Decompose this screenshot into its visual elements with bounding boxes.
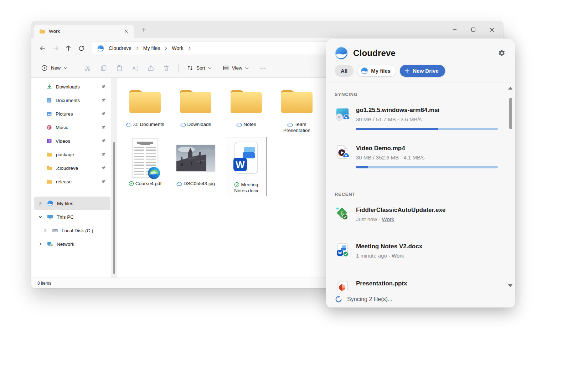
close-button[interactable]	[483, 21, 501, 38]
disk-drive-icon	[52, 228, 58, 234]
recent-location-link[interactable]: Work	[382, 216, 394, 222]
folder-tile-downloads[interactable]: Downloads	[170, 83, 221, 133]
recent-item-body: FiddlerClassicAutoUpdater.exe Just now ·…	[356, 206, 506, 223]
copy-icon[interactable]	[96, 62, 112, 75]
maximize-button[interactable]	[464, 21, 483, 38]
sidebar-item-videos[interactable]: Videos	[34, 134, 110, 148]
file-tile-meeting-notes-docx[interactable]: W Meeting Notes.docx	[221, 137, 272, 196]
filter-chip-all[interactable]: All	[335, 65, 354, 77]
chevron-right-icon[interactable]	[37, 202, 43, 205]
progress-fill	[356, 166, 368, 168]
sidebar-item-music[interactable]: Music	[34, 121, 110, 134]
syncing-item[interactable]: Video Demo.mp4 30 MB / 352.6 MB - 4.1 MB…	[335, 144, 506, 168]
sidebar-item-label: package	[56, 152, 74, 157]
rename-icon[interactable]	[127, 62, 143, 75]
breadcrumb-chevron-icon[interactable]	[136, 46, 139, 50]
sort-button-label: Sort	[196, 65, 205, 71]
chevron-right-icon[interactable]	[37, 242, 43, 246]
sidebar-item-my-files[interactable]: My files	[34, 197, 110, 210]
chevron-expanded-icon[interactable]	[38, 214, 42, 220]
chip-label: All	[341, 68, 347, 74]
new-button[interactable]: New	[36, 62, 72, 75]
cloudreve-panel: Cloudreve All My files New Drive SYNCI	[326, 39, 515, 308]
breadcrumb-level1[interactable]: My files	[142, 45, 161, 52]
breadcrumb-root[interactable]: Cloudreve	[107, 45, 133, 52]
file-tile-course4-pdf[interactable]: Course4.pdf	[120, 137, 170, 196]
chevron-down-icon	[208, 67, 212, 69]
share-icon[interactable]	[143, 62, 159, 75]
tab-title: Work	[49, 29, 118, 34]
file-tile-dsc05543-jpg[interactable]: DSC05543.jpg	[170, 137, 221, 196]
folder-icon	[46, 179, 52, 184]
view-button-label: View	[232, 65, 242, 71]
panel-scrollbar-thumb[interactable]	[509, 98, 512, 129]
folder-tile-documents[interactable]: Documents	[120, 83, 170, 133]
progress-fill	[356, 128, 438, 130]
cut-icon[interactable]	[80, 62, 96, 75]
back-icon[interactable]	[36, 42, 49, 55]
sidebar-item-release[interactable]: release	[34, 175, 110, 188]
paste-icon[interactable]	[112, 62, 127, 75]
pin-icon	[101, 111, 106, 116]
recent-location-link[interactable]: Work	[392, 253, 404, 259]
chevron-right-icon[interactable]	[42, 229, 48, 232]
up-icon[interactable]	[62, 42, 75, 55]
syncing-item[interactable]: go1.25.5.windows-arm64.msi 30 MB / 51.7 …	[335, 106, 506, 130]
shared-people-icon	[133, 122, 138, 127]
sidebar-item-package[interactable]: package	[34, 148, 110, 161]
sidebar-item-network[interactable]: Network	[34, 237, 110, 251]
delete-icon[interactable]	[159, 62, 174, 75]
drive-filter-bar: All My files New Drive	[326, 60, 515, 82]
view-button[interactable]: View	[218, 62, 253, 75]
forward-icon[interactable]	[49, 42, 62, 55]
pin-icon	[101, 98, 106, 103]
tab-close-icon[interactable]	[122, 27, 130, 36]
folder-icon	[46, 166, 52, 171]
scrollbar-thumb[interactable]	[113, 142, 115, 274]
recent-item[interactable]: W Meeting Notes V2.docx 1 minute ago · W…	[335, 243, 506, 260]
sidebar-item-local-disk-c[interactable]: Local Disk (C:)	[39, 224, 110, 237]
more-options-icon[interactable]	[255, 62, 271, 75]
sidebar-item-documents[interactable]: Documents	[34, 93, 110, 107]
new-button-label: New	[51, 65, 61, 71]
scroll-down-icon[interactable]	[508, 284, 512, 287]
breadcrumb-chevron-icon[interactable]	[165, 46, 167, 50]
sidebar-scrollbar[interactable]	[111, 78, 117, 278]
recent-item[interactable]: F FiddlerClassicAutoUpdater.exe Just now…	[335, 206, 506, 223]
navigation-pane: Downloads Documents Pictures Music	[31, 78, 111, 278]
sidebar-item-label: .cloudreve	[56, 166, 78, 171]
sidebar-item-label: Videos	[56, 138, 70, 144]
sidebar-item-label: Downloads	[56, 84, 80, 90]
photo-thumbnail	[170, 137, 221, 179]
sidebar-item-label: This PC	[57, 214, 74, 220]
sidebar-item-label: Documents	[56, 98, 80, 103]
breadcrumb-level2[interactable]: Work	[170, 45, 185, 52]
filter-chip-my-files[interactable]: My files	[357, 65, 396, 77]
minimize-button[interactable]	[445, 21, 464, 38]
breadcrumb-chevron-icon[interactable]	[188, 46, 191, 50]
explorer-titlebar: Work	[31, 21, 503, 38]
pin-icon	[101, 125, 106, 130]
folder-icon	[170, 83, 221, 120]
svg-text:W: W	[236, 159, 245, 170]
cloud-status-icon	[180, 122, 186, 127]
cloudreve-logo-icon	[97, 45, 104, 52]
sort-button[interactable]: Sort	[182, 62, 216, 75]
recent-item[interactable]: Presentation.pptx	[335, 280, 506, 291]
settings-gear-icon[interactable]	[496, 48, 507, 59]
syncing-file-detail: 30 MB / 352.6 MB - 4.1 MB/s	[356, 154, 498, 162]
synced-check-icon	[129, 181, 134, 186]
sidebar-item-downloads[interactable]: Downloads	[34, 80, 110, 93]
sidebar-item-this-pc[interactable]: This PC	[34, 210, 110, 224]
chevron-down-icon	[245, 67, 249, 69]
new-drive-button[interactable]: New Drive	[400, 65, 445, 77]
explorer-tab-work[interactable]: Work	[34, 25, 134, 38]
scroll-up-icon[interactable]	[508, 87, 512, 90]
new-tab-button[interactable]	[138, 24, 149, 35]
refresh-icon[interactable]	[75, 42, 88, 55]
folder-tile-team-presentation[interactable]: Team Presentation	[272, 83, 322, 133]
plus-icon	[404, 68, 410, 73]
sidebar-item-cloudreve-folder[interactable]: .cloudreve	[34, 161, 110, 175]
sidebar-item-pictures[interactable]: Pictures	[34, 107, 110, 121]
folder-tile-notes[interactable]: Notes	[221, 83, 272, 133]
